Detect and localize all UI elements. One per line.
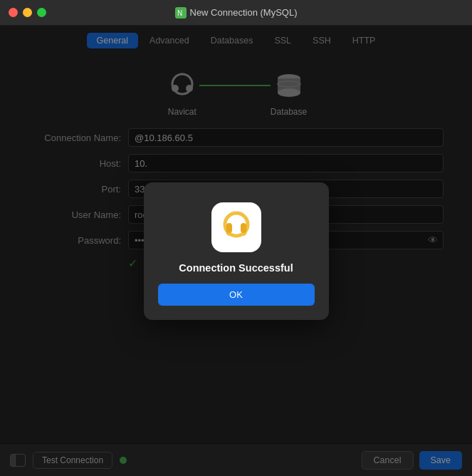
close-button[interactable] bbox=[9, 8, 18, 17]
window-title: N New Connection (MySQL) bbox=[175, 7, 298, 19]
svg-rect-12 bbox=[241, 223, 246, 233]
success-modal: Connection Successful OK bbox=[144, 182, 329, 320]
minimize-button[interactable] bbox=[23, 8, 32, 17]
svg-text:N: N bbox=[177, 9, 182, 17]
modal-title: Connection Successful bbox=[179, 262, 293, 274]
modal-app-icon bbox=[211, 202, 261, 252]
titlebar: N New Connection (MySQL) bbox=[0, 0, 472, 26]
svg-rect-11 bbox=[226, 223, 232, 233]
modal-overlay: Connection Successful OK bbox=[0, 26, 472, 476]
traffic-lights bbox=[9, 8, 46, 17]
modal-ok-button[interactable]: OK bbox=[158, 284, 315, 306]
maximize-button[interactable] bbox=[37, 8, 46, 17]
navicat-app-icon bbox=[215, 206, 258, 249]
